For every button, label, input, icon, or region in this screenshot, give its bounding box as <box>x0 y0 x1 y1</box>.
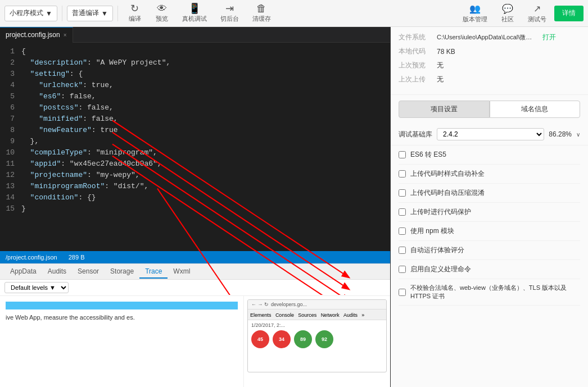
checkbox-wrap-6: 启用自定义处理命令 <box>399 260 580 279</box>
checkbox-wrap-3: 上传时进行代码保护 <box>399 203 580 222</box>
line-number: 8 <box>4 126 21 134</box>
community-button[interactable]: 💬 社区 <box>495 2 520 25</box>
code-line: 1{ <box>0 47 390 58</box>
bottom-tab-trace[interactable]: Trace <box>139 265 168 279</box>
line-code: "appid": "wx45ec27ead40cb0a6", <box>21 160 162 168</box>
status-bar: /project.config.json 289 B <box>0 251 390 263</box>
code-line: 15} <box>0 204 390 216</box>
versionmgr-icon: 👥 <box>469 3 481 14</box>
line-code: "minified": false, <box>21 115 118 123</box>
preview-btn-label: 预览 <box>156 15 168 23</box>
testid-button[interactable]: ↗ 测试号 <box>522 2 552 25</box>
mini-tab-elements[interactable]: Elements <box>250 312 272 318</box>
checkbox-1[interactable] <box>399 170 406 177</box>
main-layout: project.config.json × 1{2 "description":… <box>0 27 588 387</box>
lib-select[interactable]: 2.4.2 <box>437 128 544 140</box>
community-label: 社区 <box>501 15 514 24</box>
bottom-tab-bar: AppDataAuditsSensorStorageTraceWxml <box>0 264 390 280</box>
mini-tab-more[interactable]: » <box>361 312 364 318</box>
score-circle-3: 92 <box>315 330 333 348</box>
settings-tabs: 项目设置 域名信息 <box>399 101 580 118</box>
lib-row: 调试基础库 2.4.2 86.28% ∨ <box>391 124 588 145</box>
preview-button[interactable]: 👁 预览 <box>150 2 174 25</box>
code-line: 9 }, <box>0 137 390 148</box>
lib-label: 调试基础库 <box>399 130 432 139</box>
mode-arrow: ▼ <box>46 10 52 17</box>
realtest-icon: 📱 <box>188 3 201 13</box>
code-line: 14 "condition": {} <box>0 193 390 204</box>
blue-bar <box>6 302 238 309</box>
checkbox-4[interactable] <box>399 227 406 235</box>
filter-select[interactable]: Default levels ▼ <box>4 282 69 293</box>
backend-button[interactable]: ⇥ 切后台 <box>215 2 245 25</box>
mini-browser-header: ← → ↻ developers.go... <box>248 300 386 309</box>
checkbox-6[interactable] <box>399 266 406 273</box>
checkbox-label-0: ES6 转 ES5 <box>410 150 446 160</box>
line-code: "projectname": "my-wepy", <box>21 171 140 179</box>
compile-select[interactable]: 普通编译 ▼ <box>67 6 113 21</box>
line-number: 2 <box>4 58 21 67</box>
file-info-section: 文件系统 C:\Users\iuleo\AppData\Local\微信web.… <box>391 27 588 95</box>
mini-browser-date: 1/20/2017, 2:... <box>251 322 383 328</box>
checkbox-2[interactable] <box>399 189 406 197</box>
mini-tab-network[interactable]: Network <box>321 312 340 318</box>
bottom-tab-wxml[interactable]: Wxml <box>168 265 196 279</box>
mini-browser-url: developers.go... <box>271 302 307 307</box>
line-number: 5 <box>4 92 21 101</box>
bottom-tab-audits[interactable]: Audits <box>42 265 72 279</box>
checkbox-3[interactable] <box>399 208 406 216</box>
line-code: "newFeature": true <box>21 126 118 134</box>
lastupload-value: 无 <box>437 75 444 84</box>
checkbox-wrap-5: 自动运行体验评分 <box>399 241 580 260</box>
detail-btn-label: 详情 <box>562 8 576 18</box>
clearcache-icon: 🗑 <box>256 3 266 13</box>
open-link[interactable]: 打开 <box>542 33 556 42</box>
last-checkbox[interactable] <box>399 289 406 296</box>
mini-tab-console[interactable]: Console <box>275 312 294 318</box>
tab-settings[interactable]: 项目设置 <box>399 101 490 118</box>
code-line: 10 "compileType": "miniprogram", <box>0 148 390 160</box>
testid-icon: ↗ <box>533 3 541 14</box>
preview-icon: 👁 <box>157 3 167 13</box>
bottom-tab-sensor[interactable]: Sensor <box>72 265 105 279</box>
tab-bar: project.config.json × <box>0 27 390 43</box>
mini-tab-sources[interactable]: Sources <box>298 312 316 318</box>
filesystem-row: 文件系统 C:\Users\iuleo\AppData\Local\微信web.… <box>399 33 580 42</box>
checkbox-label-6: 启用自定义处理命令 <box>410 265 471 274</box>
mini-tab-audits[interactable]: Audits <box>343 312 358 318</box>
checkbox-5[interactable] <box>399 247 406 254</box>
compile-btn-label: 编译 <box>129 15 141 23</box>
checkbox-label-4: 使用 npm 模块 <box>410 226 454 236</box>
line-number: 14 <box>4 193 21 202</box>
line-number: 15 <box>4 204 21 213</box>
line-code: "compileType": "miniprogram", <box>21 148 157 157</box>
bottom-tab-storage[interactable]: Storage <box>105 265 139 279</box>
detail-button[interactable]: 详情 <box>554 6 584 21</box>
line-number: 10 <box>4 148 21 157</box>
backend-icon: ⇥ <box>225 3 234 13</box>
line-code: "condition": {} <box>21 193 96 202</box>
mini-nav-icons: ← → ↻ <box>251 302 269 307</box>
clearcache-button[interactable]: 🗑 清缓存 <box>247 2 277 25</box>
filesystem-value: C:\Users\iuleo\AppData\Local\微信web... <box>437 33 538 42</box>
localcode-label: 本地代码 <box>399 47 432 56</box>
code-editor[interactable]: 1{2 "description": "A WePY project",3 "s… <box>0 43 390 251</box>
realtest-button[interactable]: 📱 真机调试 <box>177 2 212 25</box>
tab-domain[interactable]: 域名信息 <box>490 101 581 118</box>
lastupload-label: 上次上传 <box>399 75 432 84</box>
versionmgr-button[interactable]: 👥 版本管理 <box>457 2 493 25</box>
checkbox-label-1: 上传代码时样式自动补全 <box>410 169 485 179</box>
compile-button[interactable]: ↻ 编译 <box>123 2 147 25</box>
bottom-tab-appdata[interactable]: AppData <box>4 265 42 279</box>
tab-close-icon[interactable]: × <box>64 32 67 38</box>
last-checkbox-wrap: 不校验合法域名、web-view（业务域名）、TLS 版本以及 HTTPS 证书 <box>399 279 580 306</box>
checkbox-0[interactable] <box>399 151 406 158</box>
mini-browser: ← → ↻ developers.go... Elements Console … <box>247 299 387 372</box>
mode-select[interactable]: 小程序模式 ▼ <box>4 6 57 21</box>
checkboxes-container: ES6 转 ES5上传代码时样式自动补全上传代码时自动压缩混淆上传时进行代码保护… <box>391 145 588 279</box>
bottom-panel: AppDataAuditsSensorStorageTraceWxml Defa… <box>0 263 390 387</box>
checkbox-label-3: 上传时进行代码保护 <box>410 207 471 217</box>
tab-filename: project.config.json <box>6 31 60 39</box>
code-line: 5 "es6": false, <box>0 92 390 103</box>
file-tab[interactable]: project.config.json × <box>0 27 73 43</box>
